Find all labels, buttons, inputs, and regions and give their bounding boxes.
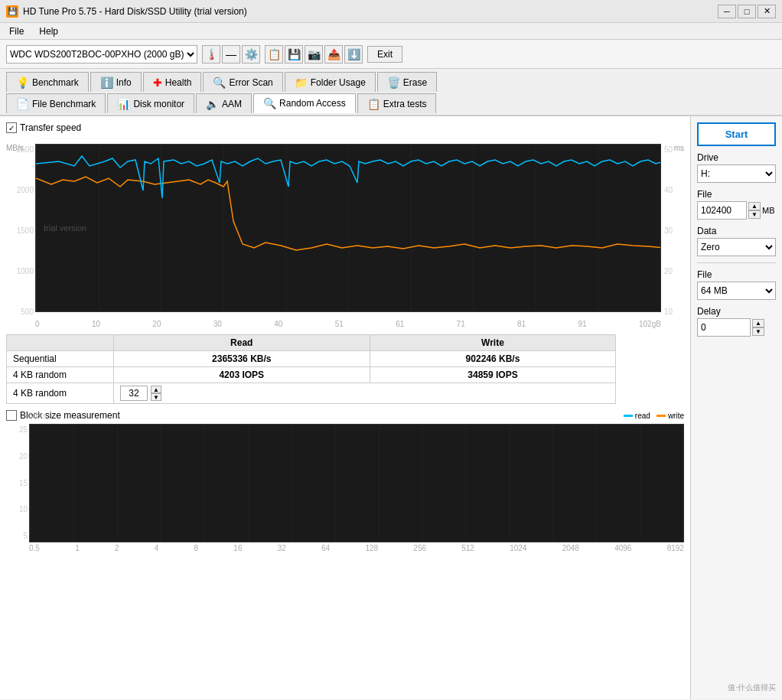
block-x-axis: 0.5 1 2 4 8 16 32 64 128 256 512 1024 20…: [29, 542, 684, 554]
extra-tests-icon: 📋: [367, 98, 380, 110]
tab-folder-usage[interactable]: 📁 Folder Usage: [285, 72, 376, 92]
unit-label-left: MB/s: [6, 144, 24, 152]
toolbar: WDC WDS200T2BOC-00PXHO (2000 gB) 🌡️ — ⚙️…: [0, 40, 782, 69]
temp-icon[interactable]: 🌡️: [202, 45, 220, 63]
tab-info-label: Info: [116, 77, 132, 88]
tab-benchmark-label: Benchmark: [32, 77, 79, 88]
delay-section: Delay ▲ ▼: [697, 306, 776, 337]
tab-info[interactable]: ℹ️ Info: [90, 72, 142, 92]
block-chart-container: 25 20 15 10 5 read: [6, 424, 684, 554]
transfer-speed-label: Transfer speed: [20, 122, 81, 133]
delay-spinner-up[interactable]: ▲: [752, 319, 764, 327]
tab-disk-monitor[interactable]: 📊 Disk monitor: [107, 93, 194, 113]
settings-icon[interactable]: ⚙️: [242, 45, 260, 63]
row-sequential-label: Sequential: [7, 351, 114, 367]
help-menu[interactable]: Help: [33, 24, 64, 38]
drive-select[interactable]: H:: [697, 164, 776, 183]
copy-icon[interactable]: 📋: [265, 45, 283, 63]
delay-spinner-down[interactable]: ▼: [752, 327, 764, 336]
file-input[interactable]: [697, 201, 747, 220]
queue-depth-input[interactable]: [120, 386, 148, 401]
data-section: Data Zero: [697, 226, 776, 256]
tab-aam[interactable]: 🔈 AAM: [196, 93, 252, 113]
save-icon[interactable]: 💾: [285, 45, 303, 63]
app-icon: 💾: [6, 5, 18, 18]
camera-icon[interactable]: 📷: [305, 45, 323, 63]
tab-disk-monitor-label: Disk monitor: [133, 99, 184, 109]
file-spinner-up[interactable]: ▲: [748, 202, 761, 210]
close-button[interactable]: ✕: [758, 5, 776, 18]
block-size-header: Block size measurement: [6, 410, 684, 421]
right-panel: Start Drive H: File ▲ ▼ MB Data Zero: [690, 116, 782, 699]
delay-spinner: ▲ ▼: [752, 319, 764, 336]
minimize-button[interactable]: ─: [718, 5, 736, 18]
transfer-speed-checkbox[interactable]: [6, 122, 17, 133]
table-row: Sequential 2365336 KB/s 902246 KB/s: [7, 351, 616, 367]
col-header-label: [7, 335, 114, 351]
unit-label-right: ms: [674, 144, 684, 152]
chart-with-axes: 2500 2000 1500 1000 500 trial version: [6, 144, 684, 330]
spinner-up[interactable]: ▲: [151, 386, 161, 393]
maximize-button[interactable]: □: [738, 5, 756, 18]
tabs-row-1: 💡 Benchmark ℹ️ Info ✚ Health 🔍 Error Sca…: [6, 72, 776, 92]
file-bottom-select[interactable]: 64 MB: [697, 282, 776, 300]
tab-erase-label: Erase: [403, 77, 427, 88]
tab-extra-tests[interactable]: 📋 Extra tests: [357, 93, 437, 113]
dash-icon: —: [222, 45, 240, 63]
tab-file-benchmark[interactable]: 📄 File Benchmark: [6, 93, 106, 113]
legend-write-label: write: [668, 412, 684, 420]
tab-random-access[interactable]: 🔍 Random Access: [253, 93, 356, 113]
tab-error-scan-label: Error Scan: [229, 77, 272, 88]
start-button[interactable]: Start: [697, 122, 776, 146]
drive-dropdown[interactable]: WDC WDS200T2BOC-00PXHO (2000 gB): [6, 45, 197, 63]
tab-error-scan[interactable]: 🔍 Error Scan: [203, 72, 282, 92]
delay-input-group: ▲ ▼: [697, 318, 776, 337]
window-title: HD Tune Pro 5.75 - Hard Disk/SSD Utility…: [23, 6, 247, 17]
exit-button[interactable]: Exit: [367, 46, 402, 63]
title-bar: 💾 HD Tune Pro 5.75 - Hard Disk/SSD Utili…: [0, 0, 782, 23]
watermark-bottom: 值·什么值得买: [697, 682, 776, 693]
tabs-row-2: 📄 File Benchmark 📊 Disk monitor 🔈 AAM 🔍 …: [6, 93, 776, 113]
block-size-checkbox[interactable]: [6, 410, 17, 421]
file-bench-icon: 📄: [16, 98, 29, 110]
disk-monitor-icon: 📊: [117, 98, 130, 110]
tab-benchmark[interactable]: 💡 Benchmark: [6, 72, 89, 92]
tab-file-benchmark-label: File Benchmark: [32, 99, 96, 109]
delay-input[interactable]: [697, 318, 751, 337]
toolbar-icons: 🌡️ — ⚙️: [202, 45, 260, 63]
export-icon[interactable]: 📤: [324, 45, 343, 63]
row-sequential-write: 902246 KB/s: [370, 351, 616, 367]
legend-write: write: [657, 412, 684, 420]
bottom-section: File 64 MB: [697, 262, 776, 300]
transfer-speed-header: Transfer speed: [6, 122, 684, 133]
table-row: 4 KB random ▲ ▼: [7, 383, 616, 404]
file-spinner-down[interactable]: ▼: [748, 210, 761, 219]
svg-rect-1: [30, 425, 683, 542]
data-select[interactable]: Zero: [697, 238, 776, 256]
file-menu[interactable]: File: [3, 24, 30, 38]
delay-label: Delay: [697, 306, 776, 317]
row-4kb2-input-cell: ▲ ▼: [114, 383, 616, 404]
row-4kb-read: 4203 IOPS: [114, 367, 370, 383]
queue-depth-spinner: ▲ ▼: [151, 386, 161, 401]
row-4kb-label: 4 KB random: [7, 367, 114, 383]
spinner-down[interactable]: ▼: [151, 393, 161, 401]
info-icon: ℹ️: [100, 77, 113, 89]
error-scan-icon: 🔍: [213, 77, 226, 89]
legend-write-color: [657, 415, 666, 417]
data-label: Data: [697, 226, 776, 236]
download-icon[interactable]: ⬇️: [344, 45, 363, 63]
tab-health[interactable]: ✚ Health: [143, 72, 202, 92]
window-controls: ─ □ ✕: [718, 5, 776, 18]
folder-icon: 📁: [295, 77, 308, 89]
tab-erase[interactable]: 🗑️ Erase: [377, 72, 437, 92]
tab-extra-tests-label: Extra tests: [383, 99, 427, 109]
row-4kb2-label: 4 KB random: [7, 383, 114, 404]
col-header-write: Write: [370, 335, 616, 351]
tabs-container: 💡 Benchmark ℹ️ Info ✚ Health 🔍 Error Sca…: [0, 69, 782, 116]
x-axis: 0 10 20 30 40 51 61 71 81 91 102gB: [35, 318, 661, 330]
toolbar-icons-2: 📋 💾 📷 📤 ⬇️: [265, 45, 363, 63]
block-unit-label: MB/s: [29, 412, 47, 420]
legend-read-color: [624, 415, 633, 417]
table-row: 4 KB random 4203 IOPS 34859 IOPS: [7, 367, 616, 383]
